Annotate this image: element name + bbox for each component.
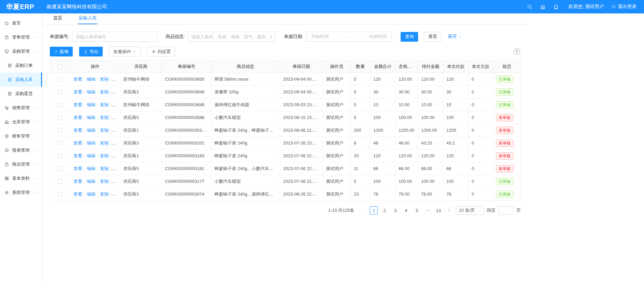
- export-button[interactable]: 导出: [79, 47, 103, 56]
- expand-link[interactable]: 展开: [448, 34, 462, 40]
- help-icon[interactable]: ?: [514, 48, 520, 55]
- copy-link[interactable]: 复制: [100, 166, 109, 171]
- edit-link[interactable]: 编辑: [87, 102, 95, 107]
- amount-tax-cell: 100.00: [396, 175, 418, 188]
- edit-link[interactable]: 编辑: [87, 192, 95, 197]
- edit-link[interactable]: 编辑: [87, 153, 95, 158]
- column-settings-button[interactable]: 列设置: [147, 47, 175, 56]
- view-link[interactable]: 查看: [73, 102, 82, 107]
- bank-icon[interactable]: [540, 4, 546, 10]
- row-checkbox[interactable]: [58, 154, 63, 158]
- sidebar-item-sales[interactable]: 销售管理: [0, 101, 42, 115]
- page-2-button[interactable]: 2: [380, 206, 388, 214]
- view-link[interactable]: 查看: [73, 115, 82, 120]
- sidebar-item-home[interactable]: 首页: [0, 16, 42, 30]
- logout-button[interactable]: 退出登录: [611, 4, 637, 10]
- sidebar-item-purchase-return[interactable]: 采购退货: [0, 87, 42, 101]
- page-ellipsis[interactable]: •••: [423, 209, 432, 212]
- doc-no-input[interactable]: [72, 32, 157, 42]
- sidebar-item-retail[interactable]: 零售管理: [0, 30, 42, 44]
- copy-link[interactable]: 复制: [100, 153, 109, 158]
- row-checkbox[interactable]: [58, 115, 63, 120]
- bell-icon[interactable]: [553, 4, 559, 10]
- next-page-button[interactable]: [445, 206, 453, 214]
- copy-link[interactable]: 复制: [100, 89, 109, 94]
- view-link[interactable]: 查看: [73, 153, 82, 158]
- operator-cell: 测试用户: [323, 86, 351, 98]
- column-header: 金额合计: [370, 60, 396, 73]
- select-all-checkbox[interactable]: [58, 65, 63, 69]
- sidebar-item-basic[interactable]: 基本资料: [0, 171, 42, 186]
- doc-no-cell: CGRK00000003181: [162, 162, 211, 175]
- batch-actions-button[interactable]: 批量操作: [109, 47, 141, 56]
- edit-link[interactable]: 编辑: [87, 179, 95, 184]
- view-link[interactable]: 查看: [73, 140, 82, 146]
- reset-button[interactable]: 重置: [424, 32, 441, 42]
- edit-link[interactable]: 编辑: [87, 166, 95, 171]
- page-size-select[interactable]: 10 条/页: [456, 206, 484, 215]
- sidebar-item-purchase[interactable]: 采购管理: [0, 44, 42, 58]
- search-icon[interactable]: [527, 4, 533, 10]
- filter-bar: 单据编号: 商品信息: 单据日期: 开始时间 ~ 结束时间 查询 重置 展开: [50, 32, 528, 42]
- copy-link[interactable]: 复制: [100, 140, 109, 146]
- sidebar-item-purchase-inbound[interactable]: 采购入库: [0, 73, 42, 87]
- status-cell: 已审核: [493, 188, 521, 201]
- column-header: 数量: [351, 60, 370, 73]
- search-button[interactable]: 查询: [401, 32, 418, 42]
- date-range-picker[interactable]: 开始时间 ~ 结束时间: [306, 32, 392, 42]
- page-1-button[interactable]: 1: [370, 206, 378, 214]
- view-link[interactable]: 查看: [73, 192, 82, 197]
- date-cell: 2023-07-06 22:59:29: [280, 150, 323, 162]
- tab-purchase-inbound[interactable]: 采购入库: [78, 15, 97, 24]
- view-link[interactable]: 查看: [73, 89, 82, 94]
- table-row: 查看|编辑|复制|删除供应商5CGRK00000003177小鹏汽车模型2023…: [50, 175, 521, 188]
- view-link[interactable]: 查看: [73, 77, 82, 82]
- copy-link[interactable]: 复制: [100, 115, 109, 120]
- sidebar-item-system[interactable]: 系统管理: [0, 186, 42, 200]
- row-checkbox[interactable]: [58, 77, 63, 82]
- doc-no-label: 单据编号:: [50, 34, 69, 40]
- sidebar-item-purchase-order[interactable]: 采购订单: [0, 58, 42, 73]
- qty-cell: 11: [351, 162, 370, 175]
- copy-link[interactable]: 复制: [100, 192, 109, 197]
- edit-link[interactable]: 编辑: [87, 115, 95, 120]
- view-link[interactable]: 查看: [73, 179, 82, 184]
- supplier-cell: 供应商5: [120, 175, 162, 188]
- edit-link[interactable]: 编辑: [87, 128, 95, 133]
- chevron-down-icon: [36, 106, 39, 110]
- row-checkbox[interactable]: [58, 179, 63, 184]
- jump-to-input[interactable]: [498, 206, 514, 215]
- sidebar-item-report[interactable]: 报表查询: [0, 143, 42, 157]
- row-checkbox[interactable]: [58, 128, 63, 133]
- copy-link[interactable]: 复制: [100, 102, 109, 107]
- edit-link[interactable]: 编辑: [87, 89, 95, 94]
- view-link[interactable]: 查看: [73, 166, 82, 171]
- edit-link[interactable]: 编辑: [87, 77, 95, 82]
- row-checkbox[interactable]: [58, 90, 63, 94]
- chevron-right-icon: [447, 209, 451, 212]
- product-cell: 啤酒 580ml xxsxx: [211, 73, 280, 86]
- row-checkbox[interactable]: [58, 166, 63, 171]
- product-input[interactable]: [188, 32, 275, 42]
- row-checkbox[interactable]: [58, 141, 63, 146]
- page-5-button[interactable]: 5: [413, 206, 421, 214]
- sidebar-item-label: 采购退货: [15, 91, 33, 97]
- tab-home[interactable]: 首页: [53, 15, 63, 24]
- page-13-button[interactable]: 13: [434, 206, 442, 214]
- sidebar-item-warehouse[interactable]: 仓库管理: [0, 115, 42, 129]
- add-button[interactable]: 新增: [50, 47, 73, 56]
- copy-link[interactable]: 复制: [100, 128, 109, 133]
- sidebar-item-goods[interactable]: 商品管理: [0, 157, 42, 171]
- row-checkbox[interactable]: [58, 192, 63, 197]
- copy-link[interactable]: 复制: [100, 77, 109, 82]
- row-checkbox[interactable]: [58, 103, 63, 107]
- download-icon: [83, 49, 88, 54]
- prev-page-button[interactable]: [359, 206, 367, 214]
- page-4-button[interactable]: 4: [402, 206, 410, 214]
- action-separator: |: [110, 179, 111, 184]
- page-3-button[interactable]: 3: [391, 206, 399, 214]
- edit-link[interactable]: 编辑: [87, 140, 95, 146]
- sidebar-item-finance[interactable]: 财务管理: [0, 129, 42, 143]
- copy-link[interactable]: 复制: [100, 179, 109, 184]
- view-link[interactable]: 查看: [73, 128, 82, 133]
